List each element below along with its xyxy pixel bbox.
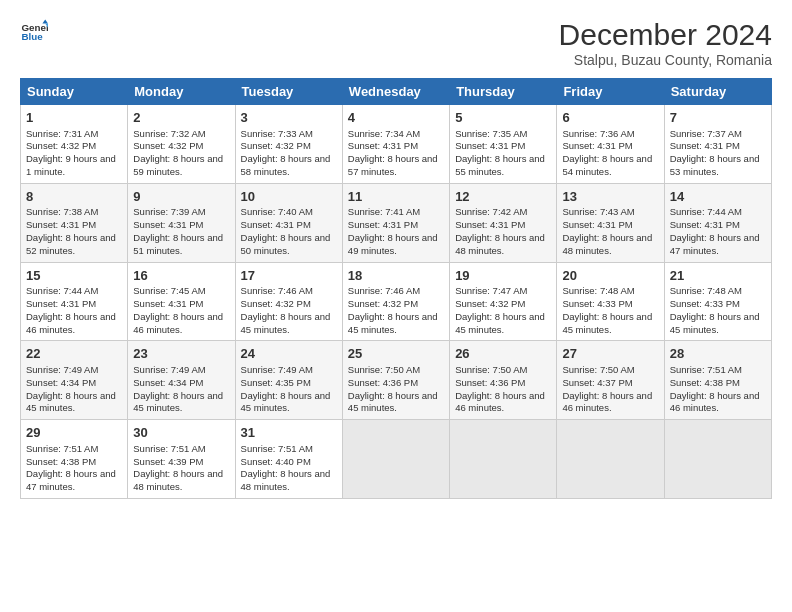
- cell-w3-thu: 19Sunrise: 7:47 AMSunset: 4:32 PMDayligh…: [450, 262, 557, 341]
- cell-w3-mon: 16Sunrise: 7:45 AMSunset: 4:31 PMDayligh…: [128, 262, 235, 341]
- calendar-week-1: 1Sunrise: 7:31 AMSunset: 4:32 PMDaylight…: [21, 105, 772, 184]
- cell-w4-fri: 27Sunrise: 7:50 AMSunset: 4:37 PMDayligh…: [557, 341, 664, 420]
- cell-w3-fri: 20Sunrise: 7:48 AMSunset: 4:33 PMDayligh…: [557, 262, 664, 341]
- cell-w5-mon: 30Sunrise: 7:51 AMSunset: 4:39 PMDayligh…: [128, 420, 235, 499]
- cell-w5-wed: [342, 420, 449, 499]
- col-friday: Friday: [557, 79, 664, 105]
- cell-w1-mon: 2Sunrise: 7:32 AMSunset: 4:32 PMDaylight…: [128, 105, 235, 184]
- cell-w5-thu: [450, 420, 557, 499]
- calendar-week-5: 29Sunrise: 7:51 AMSunset: 4:38 PMDayligh…: [21, 420, 772, 499]
- cell-w4-sat: 28Sunrise: 7:51 AMSunset: 4:38 PMDayligh…: [664, 341, 771, 420]
- header: General Blue December 2024 Stalpu, Buzau…: [20, 18, 772, 68]
- cell-w1-tue: 3Sunrise: 7:33 AMSunset: 4:32 PMDaylight…: [235, 105, 342, 184]
- col-thursday: Thursday: [450, 79, 557, 105]
- col-tuesday: Tuesday: [235, 79, 342, 105]
- cell-w1-wed: 4Sunrise: 7:34 AMSunset: 4:31 PMDaylight…: [342, 105, 449, 184]
- col-wednesday: Wednesday: [342, 79, 449, 105]
- cell-w3-tue: 17Sunrise: 7:46 AMSunset: 4:32 PMDayligh…: [235, 262, 342, 341]
- cell-w4-mon: 23Sunrise: 7:49 AMSunset: 4:34 PMDayligh…: [128, 341, 235, 420]
- cell-w4-sun: 22Sunrise: 7:49 AMSunset: 4:34 PMDayligh…: [21, 341, 128, 420]
- cell-w2-fri: 13Sunrise: 7:43 AMSunset: 4:31 PMDayligh…: [557, 183, 664, 262]
- logo: General Blue: [20, 18, 48, 46]
- logo-icon: General Blue: [20, 18, 48, 46]
- col-saturday: Saturday: [664, 79, 771, 105]
- calendar-week-4: 22Sunrise: 7:49 AMSunset: 4:34 PMDayligh…: [21, 341, 772, 420]
- calendar-page: General Blue December 2024 Stalpu, Buzau…: [0, 0, 792, 509]
- cell-w2-mon: 9Sunrise: 7:39 AMSunset: 4:31 PMDaylight…: [128, 183, 235, 262]
- cell-w5-sun: 29Sunrise: 7:51 AMSunset: 4:38 PMDayligh…: [21, 420, 128, 499]
- cell-w2-sun: 8Sunrise: 7:38 AMSunset: 4:31 PMDaylight…: [21, 183, 128, 262]
- cell-w3-wed: 18Sunrise: 7:46 AMSunset: 4:32 PMDayligh…: [342, 262, 449, 341]
- cell-w5-fri: [557, 420, 664, 499]
- svg-text:Blue: Blue: [21, 31, 43, 42]
- cell-w2-thu: 12Sunrise: 7:42 AMSunset: 4:31 PMDayligh…: [450, 183, 557, 262]
- cell-w1-sun: 1Sunrise: 7:31 AMSunset: 4:32 PMDaylight…: [21, 105, 128, 184]
- cell-w1-fri: 6Sunrise: 7:36 AMSunset: 4:31 PMDaylight…: [557, 105, 664, 184]
- cell-w2-wed: 11Sunrise: 7:41 AMSunset: 4:31 PMDayligh…: [342, 183, 449, 262]
- cell-w5-tue: 31Sunrise: 7:51 AMSunset: 4:40 PMDayligh…: [235, 420, 342, 499]
- calendar-week-3: 15Sunrise: 7:44 AMSunset: 4:31 PMDayligh…: [21, 262, 772, 341]
- cell-w1-thu: 5Sunrise: 7:35 AMSunset: 4:31 PMDaylight…: [450, 105, 557, 184]
- col-sunday: Sunday: [21, 79, 128, 105]
- cell-w4-tue: 24Sunrise: 7:49 AMSunset: 4:35 PMDayligh…: [235, 341, 342, 420]
- col-monday: Monday: [128, 79, 235, 105]
- cell-w3-sun: 15Sunrise: 7:44 AMSunset: 4:31 PMDayligh…: [21, 262, 128, 341]
- calendar-week-2: 8Sunrise: 7:38 AMSunset: 4:31 PMDaylight…: [21, 183, 772, 262]
- page-title: December 2024: [559, 18, 772, 52]
- title-section: December 2024 Stalpu, Buzau County, Roma…: [559, 18, 772, 68]
- page-subtitle: Stalpu, Buzau County, Romania: [559, 52, 772, 68]
- cell-w2-sat: 14Sunrise: 7:44 AMSunset: 4:31 PMDayligh…: [664, 183, 771, 262]
- cell-w5-sat: [664, 420, 771, 499]
- cell-w4-thu: 26Sunrise: 7:50 AMSunset: 4:36 PMDayligh…: [450, 341, 557, 420]
- calendar-table: Sunday Monday Tuesday Wednesday Thursday…: [20, 78, 772, 499]
- cell-w4-wed: 25Sunrise: 7:50 AMSunset: 4:36 PMDayligh…: [342, 341, 449, 420]
- header-row: Sunday Monday Tuesday Wednesday Thursday…: [21, 79, 772, 105]
- cell-w1-sat: 7Sunrise: 7:37 AMSunset: 4:31 PMDaylight…: [664, 105, 771, 184]
- cell-w2-tue: 10Sunrise: 7:40 AMSunset: 4:31 PMDayligh…: [235, 183, 342, 262]
- cell-w3-sat: 21Sunrise: 7:48 AMSunset: 4:33 PMDayligh…: [664, 262, 771, 341]
